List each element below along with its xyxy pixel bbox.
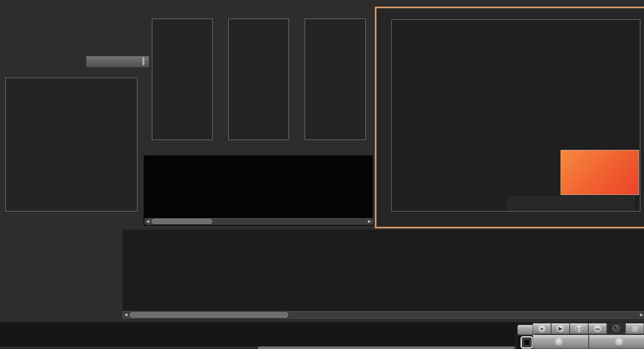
deltae-x-axis <box>5 211 137 218</box>
scroll-right-icon[interactable]: ▶ <box>368 219 371 224</box>
delta-c-plot <box>228 19 289 140</box>
results-table-wrap <box>123 230 644 311</box>
table-scroll-thumb[interactable] <box>130 312 288 318</box>
table-scroll-left-icon[interactable]: ◀ <box>124 312 128 317</box>
table-scroll-right-icon[interactable]: ▶ <box>640 312 643 317</box>
panel-handle[interactable] <box>142 57 144 65</box>
rgb-triplet <box>507 196 635 211</box>
tabs-scroll-thumb[interactable] <box>258 347 515 349</box>
pattern-window-icon <box>521 336 533 349</box>
colorchecker-page: ▼ ◀ ▶ ◀ <box>0 0 644 349</box>
back-chevrons-icon <box>555 338 563 346</box>
extra-button[interactable] <box>625 323 644 334</box>
nav-cluster: ■ ▶ [··] ∞ ↻ <box>516 322 644 349</box>
step-icon: [··] <box>575 325 583 332</box>
refresh-icon: ↻ <box>612 325 620 332</box>
delta-l-plot <box>152 19 213 140</box>
scroll-left-icon[interactable]: ◀ <box>146 219 149 224</box>
delta-h-plot <box>305 19 366 140</box>
stop-icon: ■ <box>538 325 546 332</box>
loop-button[interactable]: ∞ <box>588 323 607 334</box>
blank-circle-icon <box>631 325 639 332</box>
swatch-strip <box>144 155 373 226</box>
table-scrollbar[interactable]: ◀ ▶ <box>123 311 644 318</box>
step-button[interactable]: [··] <box>570 323 588 334</box>
back-button[interactable] <box>533 335 589 349</box>
stop-button[interactable]: ■ <box>533 323 551 334</box>
bottom-bar: ■ ▶ [··] ∞ ↻ <box>0 322 644 349</box>
de-formula-select[interactable]: ▼ <box>86 56 149 68</box>
transport-row: ■ ▶ [··] ∞ ↻ <box>533 323 644 334</box>
play-icon: ▶ <box>556 325 564 332</box>
infinity-icon: ∞ <box>594 325 601 332</box>
tabs-scrollbar[interactable] <box>0 347 516 349</box>
play-button[interactable]: ▶ <box>551 323 570 334</box>
swatch-scroll-thumb[interactable] <box>152 219 212 224</box>
swatch-strip-panel: ◀ ▶ <box>144 155 373 226</box>
cie-zoom-inset <box>561 150 639 195</box>
swatch-scrollbar[interactable]: ◀ ▶ <box>144 218 373 225</box>
refresh-button[interactable]: ↻ <box>607 323 625 334</box>
next-button[interactable] <box>589 335 644 349</box>
next-chevrons-icon <box>615 338 623 346</box>
patch-tabs <box>0 322 516 349</box>
deltae-plot <box>5 78 137 211</box>
